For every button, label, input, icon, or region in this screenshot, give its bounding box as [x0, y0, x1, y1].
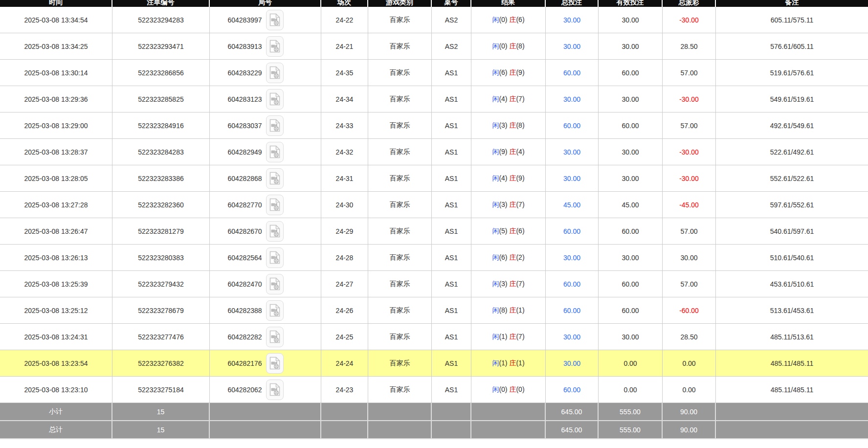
video-record-button[interactable] [266, 89, 284, 110]
banker-score: (9) [516, 174, 524, 182]
subtotal-row: 小计 15 645.00 555.00 90.00 [0, 403, 868, 421]
session-cell: 24-26 [321, 297, 368, 324]
table-id-cell: AS1 [432, 297, 471, 324]
valid-bet-cell: 30.00 [599, 324, 663, 350]
player-label: 闲 [492, 227, 499, 235]
bet-id-cell: 522323277476 [112, 324, 210, 350]
bet-id-cell: 522323284283 [112, 139, 210, 165]
video-record-button[interactable] [266, 195, 284, 215]
total-bet-cell: 30.00 [546, 33, 599, 60]
banker-score: (8) [516, 42, 524, 50]
remark-cell: 605.11/575.11 [716, 7, 868, 33]
table-id-cell: AS1 [432, 165, 471, 192]
total-bet-cell: 60.00 [546, 60, 599, 86]
video-record-button[interactable] [266, 142, 284, 162]
time-cell: 2025-03-08 13:25:39 [0, 271, 112, 297]
video-record-button[interactable] [266, 353, 284, 374]
video-record-button[interactable] [266, 115, 284, 136]
player-score: (4) [499, 174, 507, 182]
game-type-cell: 百家乐 [368, 350, 432, 377]
game-type-cell: 百家乐 [368, 245, 432, 271]
round-id-value: 604283123 [227, 95, 262, 103]
valid-bet-cell: 60.00 [599, 60, 663, 86]
video-record-button[interactable] [266, 10, 284, 30]
video-record-button[interactable] [266, 63, 284, 83]
remark-cell: 576.61/605.11 [716, 33, 868, 60]
session-cell: 24-23 [321, 377, 368, 403]
total-bet-cell: 30.00 [546, 139, 599, 165]
game-type-cell: 百家乐 [368, 139, 432, 165]
video-record-button[interactable] [266, 168, 284, 189]
player-score: (1) [499, 359, 507, 367]
summary-valid-bet-cell: 555.00 [599, 403, 663, 421]
payout-cell: 28.50 [663, 33, 716, 60]
session-cell: 24-22 [321, 7, 368, 33]
banker-label: 庄 [509, 385, 516, 393]
summary-empty-cell [368, 403, 432, 421]
video-record-icon [269, 251, 280, 264]
banker-label: 庄 [509, 148, 516, 156]
result-cell: 闲(5) 庄(6) [471, 218, 546, 245]
summary-count-cell: 15 [112, 403, 210, 421]
summary-label-cell: 总计 [0, 421, 112, 439]
round-id-value: 604282868 [227, 175, 262, 182]
game-type-cell: 百家乐 [368, 377, 432, 403]
time-cell: 2025-03-08 13:26:13 [0, 245, 112, 271]
summary-remark-cell [716, 403, 868, 421]
round-id-cell: 604283037 [210, 112, 321, 139]
table-id-cell: AS1 [432, 377, 471, 403]
video-record-button[interactable] [266, 274, 284, 294]
round-id-cell: 604283913 [210, 33, 321, 60]
summary-remark-cell [716, 421, 868, 439]
total-bet-cell: 60.00 [546, 297, 599, 324]
video-record-button[interactable] [266, 221, 284, 242]
bet-records-table: 时间 注单编号 局号 场次 游戏类别 桌号 结果 总投注 有效投注 总派彩 备注… [0, 0, 868, 439]
banker-score: (1) [516, 306, 524, 314]
banker-label: 庄 [509, 280, 516, 288]
summary-label-cell: 小计 [0, 403, 112, 421]
video-record-icon [269, 145, 280, 158]
summary-empty-cell [210, 421, 321, 439]
table-row: 2025-03-08 13:25:39 522323279432 6042824… [0, 271, 868, 297]
table-row: 2025-03-08 13:23:54 522323276382 6042821… [0, 350, 868, 377]
round-id-cell: 604282770 [210, 192, 321, 218]
time-cell: 2025-03-08 13:28:05 [0, 165, 112, 192]
banker-label: 庄 [509, 201, 516, 208]
player-label: 闲 [492, 121, 499, 129]
payout-cell: -30.00 [663, 86, 716, 112]
round-id-value: 604283037 [227, 122, 262, 130]
player-label: 闲 [492, 16, 499, 23]
payout-cell: -30.00 [663, 7, 716, 33]
valid-bet-cell: 60.00 [599, 112, 663, 139]
banker-score: (7) [516, 333, 524, 340]
round-id-value: 604282388 [227, 307, 262, 314]
payout-cell: 0.00 [663, 350, 716, 377]
valid-bet-cell: 45.00 [599, 192, 663, 218]
table-id-cell: AS1 [432, 350, 471, 377]
col-header-payout: 总派彩 [663, 0, 716, 7]
banker-score: (0) [516, 385, 524, 393]
game-type-cell: 百家乐 [368, 165, 432, 192]
col-header-valid-bet: 有效投注 [599, 0, 663, 7]
bet-id-cell: 522323286856 [112, 60, 210, 86]
total-bet-cell: 30.00 [546, 165, 599, 192]
video-record-button[interactable] [266, 247, 284, 268]
valid-bet-cell: 60.00 [599, 218, 663, 245]
video-record-button[interactable] [266, 327, 284, 347]
video-record-button[interactable] [266, 380, 284, 400]
col-header-round-id: 局号 [210, 0, 321, 7]
bet-id-cell: 522323275184 [112, 377, 210, 403]
remark-cell: 485.11/513.61 [716, 324, 868, 350]
video-record-button[interactable] [266, 36, 284, 57]
banker-label: 庄 [509, 253, 516, 261]
remark-cell: 519.61/576.61 [716, 60, 868, 86]
banker-score: (7) [516, 280, 524, 288]
table-id-cell: AS1 [432, 218, 471, 245]
video-record-icon [269, 357, 280, 370]
video-record-button[interactable] [266, 300, 284, 321]
payout-cell: -30.00 [663, 139, 716, 165]
game-type-cell: 百家乐 [368, 192, 432, 218]
valid-bet-cell: 30.00 [599, 7, 663, 33]
total-bet-cell: 30.00 [546, 350, 599, 377]
time-cell: 2025-03-08 13:27:28 [0, 192, 112, 218]
